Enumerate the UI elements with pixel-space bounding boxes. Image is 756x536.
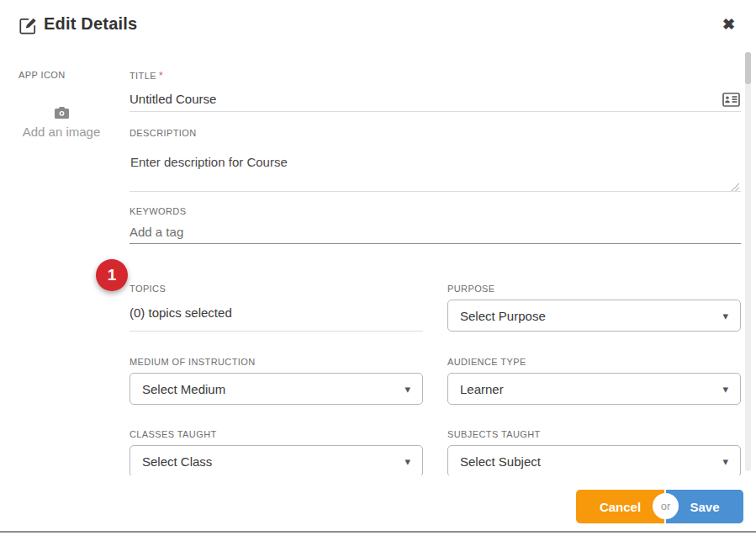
modal-body: APP ICON Add an image TITLE* <box>0 0 756 475</box>
medium-label: MEDIUM OF INSTRUCTION <box>130 357 256 367</box>
classes-label: CLASSES TAUGHT <box>130 429 217 439</box>
topics-label: TOPICS <box>130 284 166 294</box>
add-image-label: Add an image <box>11 125 112 139</box>
cancel-button[interactable]: Cancel <box>576 490 664 523</box>
chevron-down-icon: ▾ <box>722 383 728 395</box>
purpose-select[interactable]: Select Purpose ▾ <box>447 300 741 332</box>
chevron-down-icon: ▾ <box>404 455 410 468</box>
subjects-select[interactable]: Select Subject ▾ <box>447 445 741 475</box>
subjects-label: SUBJECTS TAUGHT <box>447 429 541 439</box>
edit-details-modal: Edit Details ✖ APP ICON Add an image TIT… <box>0 0 756 536</box>
audience-select[interactable]: Learner ▾ <box>447 373 741 405</box>
or-separator: or <box>653 493 679 519</box>
chevron-down-icon: ▾ <box>722 310 728 322</box>
medium-select[interactable]: Select Medium ▾ <box>130 373 423 405</box>
required-asterisk: * <box>159 70 163 82</box>
scrollbar[interactable] <box>745 52 751 471</box>
keywords-input[interactable] <box>130 220 741 244</box>
audience-label: AUDIENCE TYPE <box>447 357 526 367</box>
chevron-down-icon: ▾ <box>404 383 410 395</box>
purpose-select-value: Select Purpose <box>460 309 722 323</box>
subjects-select-value: Select Subject <box>460 454 722 469</box>
step-badge: 1 <box>96 259 128 291</box>
add-image-button[interactable]: Add an image <box>11 107 112 139</box>
address-card-icon <box>722 93 740 110</box>
topics-underline <box>130 331 423 332</box>
title-underline <box>130 111 741 112</box>
topics-selected-text[interactable]: (0) topics selected <box>130 305 232 320</box>
purpose-label: PURPOSE <box>447 284 495 294</box>
classes-select[interactable]: Select Class ▾ <box>130 445 423 475</box>
medium-select-value: Select Medium <box>142 382 404 396</box>
camera-icon <box>55 107 69 122</box>
resize-handle-icon[interactable] <box>731 180 740 195</box>
keywords-label: KEYWORDS <box>130 206 186 216</box>
modal-bottom-border <box>0 531 756 533</box>
app-icon-label: APP ICON <box>19 70 66 80</box>
title-label: TITLE* <box>130 70 163 82</box>
chevron-down-icon: ▾ <box>722 455 728 468</box>
classes-select-value: Select Class <box>142 454 404 469</box>
audience-select-value: Learner <box>460 382 722 396</box>
description-label: DESCRIPTION <box>130 128 197 138</box>
description-textarea[interactable] <box>130 148 741 192</box>
title-input[interactable] <box>130 88 714 109</box>
scrollbar-thumb[interactable] <box>745 52 751 84</box>
